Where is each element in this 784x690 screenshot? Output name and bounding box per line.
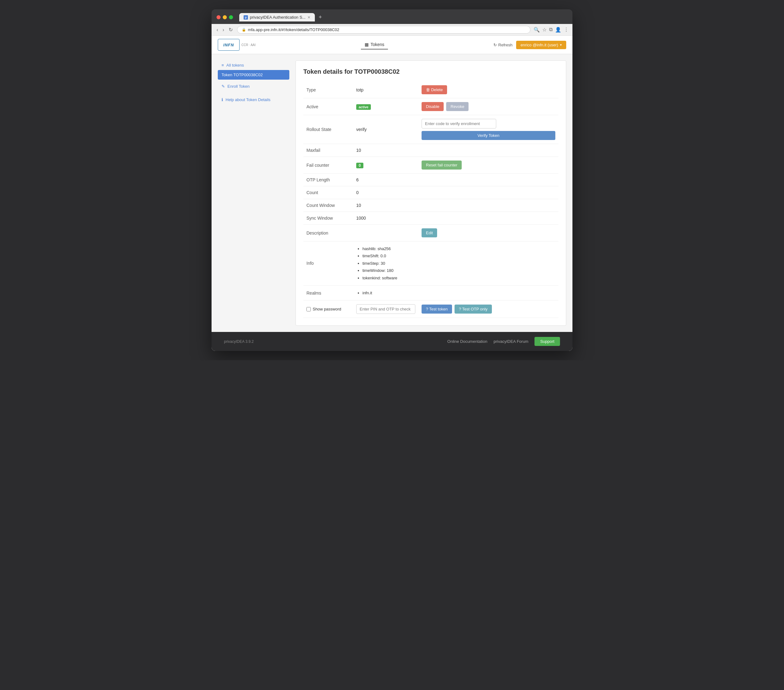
value-active: active xyxy=(353,98,418,115)
table-row-type: Type totp 🗑 Delete xyxy=(303,82,558,98)
tab-title: privacyIDEA Authentication S... xyxy=(250,15,306,20)
forum-link[interactable]: privacyIDEA Forum xyxy=(493,339,528,344)
test-token-button[interactable]: ? Test token xyxy=(422,305,452,314)
action-syncwindow xyxy=(418,212,558,225)
sidebar-item-enroll-token[interactable]: ✎ Enroll Token xyxy=(218,82,289,91)
revoke-button[interactable]: Revoke xyxy=(446,102,469,111)
test-otp-only-button[interactable]: ? Test OTP only xyxy=(455,305,492,314)
refresh-button[interactable]: ↻ Refresh xyxy=(493,43,513,47)
table-row-maxfail: Maxfail 10 xyxy=(303,144,558,157)
footer-links: Online Documentation privacyIDEA Forum S… xyxy=(447,337,560,346)
extension-icon[interactable]: ⧉ xyxy=(549,27,553,33)
label-maxfail: Maxfail xyxy=(303,144,353,157)
action-failcounter: Reset fail counter xyxy=(418,157,558,174)
app-footer: privacyIDEA 3.9.2 Online Documentation p… xyxy=(212,332,572,351)
refresh-label: Refresh xyxy=(498,43,513,47)
test-otp-input[interactable] xyxy=(356,304,415,314)
url-text: mfa.app-pre.infn.it/#!/token/details/TOT… xyxy=(248,27,339,32)
reset-fail-counter-button[interactable]: Reset fail counter xyxy=(422,161,462,170)
enroll-label: Enroll Token xyxy=(227,84,250,89)
info-list: hashlib: sha256 timeShift: 0.0 timeStep:… xyxy=(356,245,555,282)
app-content: INFN CCR · AAI ▦ Tokens ↻ Refresh enrico xyxy=(212,36,572,351)
table-row-rollout: Rollout State verify Verify Token xyxy=(303,115,558,144)
tokens-icon: ▦ xyxy=(365,42,369,47)
lock-icon: 🔒 xyxy=(242,28,246,32)
label-otplength: OTP Length xyxy=(303,174,353,186)
list-item: infn.it xyxy=(362,289,555,296)
show-password-label[interactable]: Show password xyxy=(306,307,350,311)
table-row-test: Show password ? Test token xyxy=(303,301,558,318)
delete-button[interactable]: 🗑 Delete xyxy=(422,85,447,94)
table-row-syncwindow: Sync Window 1000 xyxy=(303,212,558,225)
verify-token-button[interactable]: Verify Token xyxy=(422,131,555,140)
value-type: totp xyxy=(353,82,418,98)
action-maxfail xyxy=(418,144,558,157)
test-token-icon: ? xyxy=(426,307,428,311)
label-realms: Realms xyxy=(303,285,353,300)
tab-close-icon[interactable]: ✕ xyxy=(307,15,310,20)
logo-image: INFN xyxy=(218,39,240,51)
nav-tokens[interactable]: ▦ Tokens xyxy=(361,40,388,49)
close-button[interactable] xyxy=(217,15,221,19)
table-row-count: Count 0 xyxy=(303,186,558,199)
value-syncwindow: 1000 xyxy=(353,212,418,225)
sidebar-item-current-token[interactable]: Token TOTP00038C02 xyxy=(218,70,289,80)
disable-button[interactable]: Disable xyxy=(422,102,444,111)
app-logo: INFN CCR · AAI xyxy=(218,39,256,51)
label-countwindow: Count Window xyxy=(303,199,353,212)
back-button[interactable]: ‹ xyxy=(215,26,219,33)
show-password-checkbox[interactable] xyxy=(306,307,311,311)
menu-icon[interactable]: ⋮ xyxy=(564,27,569,33)
token-panel: Token details for TOTP00038C02 Type totp… xyxy=(296,60,566,326)
doc-link[interactable]: Online Documentation xyxy=(447,339,488,344)
address-bar: ‹ › ↻ 🔒 mfa.app-pre.infn.it/#!/token/det… xyxy=(212,24,572,36)
user-badge[interactable]: enrico @infn.it (user) ▾ xyxy=(516,41,566,49)
list-icon: ≡ xyxy=(222,63,224,68)
list-item: timeWindow: 180 xyxy=(362,267,555,274)
value-otplength: 6 xyxy=(353,174,418,186)
forward-button[interactable]: › xyxy=(221,26,225,33)
refresh-icon: ↻ xyxy=(493,43,497,47)
sidebar-item-help[interactable]: ℹ Help about Token Details xyxy=(218,95,289,105)
action-otplength xyxy=(418,174,558,186)
table-row-description: Description Edit xyxy=(303,225,558,241)
sidebar-item-all-tokens[interactable]: ≡ All tokens xyxy=(218,60,289,70)
verify-code-input[interactable] xyxy=(422,119,496,128)
active-badge: active xyxy=(356,104,371,110)
action-type: 🗑 Delete xyxy=(418,82,558,98)
value-info: hashlib: sha256 timeShift: 0.0 timeStep:… xyxy=(353,241,558,286)
search-icon[interactable]: 🔍 xyxy=(534,27,540,33)
panel-title: Token details for TOTP00038C02 xyxy=(303,68,558,75)
list-item: tokenkind: software xyxy=(362,274,555,282)
value-description xyxy=(353,225,418,241)
table-row-realms: Realms infn.it xyxy=(303,285,558,300)
value-maxfail: 10 xyxy=(353,144,418,157)
active-tab[interactable]: p privacyIDEA Authentication S... ✕ xyxy=(239,13,315,21)
label-syncwindow: Sync Window xyxy=(303,212,353,225)
help-icon: ℹ xyxy=(222,97,223,102)
bookmark-icon[interactable]: ☆ xyxy=(542,27,547,33)
new-tab-button[interactable]: + xyxy=(317,14,323,21)
current-token-label: Token TOTP00038C02 xyxy=(222,72,263,77)
logo-sub: CCR · AAI xyxy=(241,43,256,47)
header-right: ↻ Refresh enrico @infn.it (user) ▾ xyxy=(493,41,566,49)
support-button[interactable]: Support xyxy=(534,337,560,346)
label-rollout: Rollout State xyxy=(303,115,353,144)
table-row-info: Info hashlib: sha256 timeShift: 0.0 time… xyxy=(303,241,558,286)
profile-icon[interactable]: 👤 xyxy=(555,27,561,33)
label-failcounter: Fail counter xyxy=(303,157,353,174)
test-otp-icon: ? xyxy=(459,307,461,311)
value-countwindow: 10 xyxy=(353,199,418,212)
url-bar[interactable]: 🔒 mfa.app-pre.infn.it/#!/token/details/T… xyxy=(237,26,530,34)
minimize-button[interactable] xyxy=(223,15,227,19)
user-dropdown-icon: ▾ xyxy=(560,43,562,47)
reload-button[interactable]: ↻ xyxy=(227,26,234,33)
delete-label: Delete xyxy=(431,87,443,92)
header-nav: ▦ Tokens xyxy=(361,40,388,49)
action-rollout: Verify Token xyxy=(418,115,558,144)
maximize-button[interactable] xyxy=(229,15,233,19)
tab-favicon: p xyxy=(244,15,248,20)
edit-description-button[interactable]: Edit xyxy=(422,228,437,237)
table-row-active: Active active Disable Revoke xyxy=(303,98,558,115)
list-item: timeStep: 30 xyxy=(362,260,555,267)
